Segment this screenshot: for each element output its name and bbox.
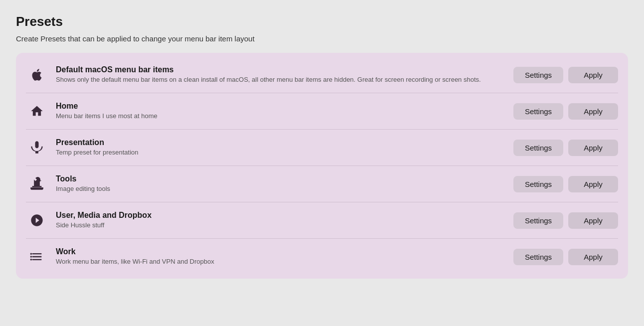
apply-button-work[interactable]: Apply (568, 249, 618, 265)
apply-button-presentation[interactable]: Apply (568, 140, 618, 156)
preset-row-presentation: Presentation Temp preset for presentatio… (26, 130, 618, 166)
preset-name-presentation: Presentation (56, 138, 505, 147)
settings-button-default-macos[interactable]: Settings (513, 67, 563, 83)
preset-info-default-macos: Default macOS menu bar items Shows only … (56, 65, 505, 84)
page-title: Presets (16, 14, 628, 29)
preset-desc-tools: Image editing tools (56, 184, 505, 193)
preset-actions-work: Settings Apply (513, 249, 618, 265)
preset-actions-user-media: Settings Apply (513, 212, 618, 229)
preset-row-default-macos: Default macOS menu bar items Shows only … (26, 57, 618, 93)
preset-name-default-macos: Default macOS menu bar items (56, 65, 505, 74)
preset-info-tools: Tools Image editing tools (56, 174, 505, 193)
apply-button-home[interactable]: Apply (568, 103, 618, 120)
tools-icon (26, 173, 48, 195)
preset-info-home: Home Menu bar items I use most at home (56, 102, 505, 121)
preset-info-work: Work Work menu bar items, like Wi-Fi and… (56, 247, 505, 266)
svg-point-1 (30, 256, 32, 258)
page-subtitle: Create Presets that can be applied to ch… (16, 34, 628, 43)
preset-info-user-media: User, Media and Dropbox Side Hussle stuf… (56, 211, 505, 230)
preset-name-work: Work (56, 247, 505, 256)
preset-row-home: Home Menu bar items I use most at home S… (26, 93, 618, 130)
apply-button-user-media[interactable]: Apply (568, 212, 618, 229)
apply-button-tools[interactable]: Apply (568, 176, 618, 192)
preset-actions-home: Settings Apply (513, 103, 618, 120)
preset-row-user-media: User, Media and Dropbox Side Hussle stuf… (26, 202, 618, 239)
settings-button-user-media[interactable]: Settings (513, 212, 563, 229)
media-icon (26, 209, 48, 231)
preset-actions-tools: Settings Apply (513, 176, 618, 192)
preset-name-home: Home (56, 102, 505, 111)
settings-button-tools[interactable]: Settings (513, 176, 563, 192)
preset-desc-home: Menu bar items I use most at home (56, 112, 505, 121)
svg-point-2 (30, 259, 32, 261)
preset-row-work: Work Work menu bar items, like Wi-Fi and… (26, 239, 618, 275)
apply-button-default-macos[interactable]: Apply (568, 67, 618, 83)
preset-actions-presentation: Settings Apply (513, 140, 618, 156)
settings-button-work[interactable]: Settings (513, 249, 563, 265)
home-icon (26, 100, 48, 122)
svg-point-0 (30, 253, 32, 255)
preset-desc-user-media: Side Hussle stuff (56, 221, 505, 230)
preset-desc-work: Work menu bar items, like Wi-Fi and VPN … (56, 257, 505, 266)
preset-actions-default-macos: Settings Apply (513, 67, 618, 83)
preset-name-tools: Tools (56, 174, 505, 183)
preset-row-tools: Tools Image editing tools Settings Apply (26, 166, 618, 202)
preset-desc-presentation: Temp preset for presentation (56, 148, 505, 157)
presets-container: Default macOS menu bar items Shows only … (16, 53, 628, 279)
preset-info-presentation: Presentation Temp preset for presentatio… (56, 138, 505, 157)
apple-icon (26, 64, 48, 86)
settings-button-presentation[interactable]: Settings (513, 140, 563, 156)
preset-desc-default-macos: Shows only the default menu bar items on… (56, 75, 505, 84)
settings-button-home[interactable]: Settings (513, 103, 563, 120)
preset-name-user-media: User, Media and Dropbox (56, 211, 505, 220)
mic-icon (26, 137, 48, 159)
work-icon (26, 246, 48, 268)
